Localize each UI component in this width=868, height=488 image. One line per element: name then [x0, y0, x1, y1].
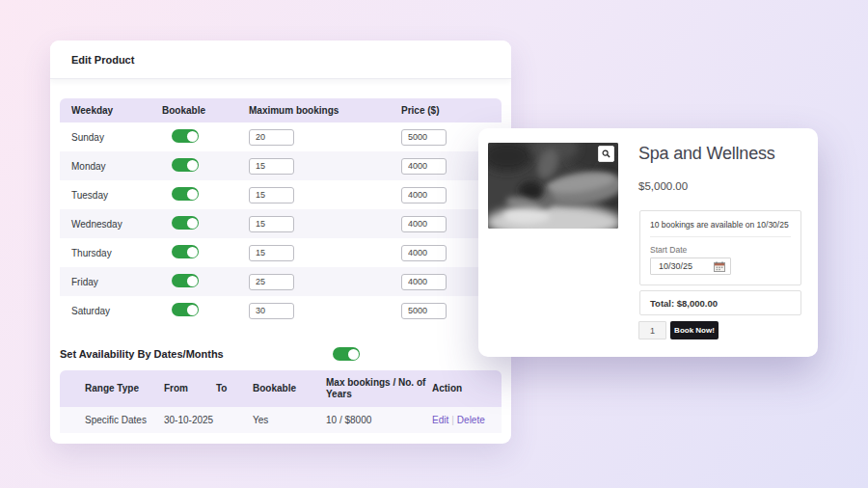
bookable-toggle[interactable]	[172, 216, 199, 230]
book-now-button[interactable]: Book Now!	[670, 321, 719, 339]
max-bookings-input[interactable]	[249, 216, 294, 232]
bookable-toggle[interactable]	[172, 129, 199, 143]
weekday-table-header: Weekday Bookable Maximum bookings Price …	[60, 98, 502, 122]
col-action: Action	[432, 383, 502, 395]
price-input[interactable]	[401, 245, 447, 261]
bookable-toggle[interactable]	[172, 187, 199, 201]
day-label: Friday	[60, 277, 162, 287]
bookable-toggle[interactable]	[172, 274, 199, 287]
bookable-toggle[interactable]	[172, 303, 199, 316]
start-date-input[interactable]: 10/30/25	[650, 258, 731, 275]
product-image[interactable]	[488, 143, 618, 229]
product-price: $5,000.00	[638, 180, 688, 192]
edit-link[interactable]: Edit	[432, 415, 448, 425]
availability-section-header: Set Availability By Dates/Months	[60, 346, 502, 362]
bookable-toggle[interactable]	[172, 158, 199, 172]
bookable-toggle[interactable]	[172, 245, 199, 258]
magnifier-icon	[602, 149, 610, 158]
day-label: Wednesday	[60, 219, 162, 230]
bookable-cell: Yes	[253, 415, 326, 425]
panel-header: Edit Product	[50, 41, 511, 79]
day-label: Thursday	[60, 248, 162, 258]
table-row-tuesday: Tuesday	[60, 180, 502, 209]
max-bookings-input[interactable]	[249, 187, 294, 203]
col-to: To	[216, 383, 253, 395]
col-range-type: Range Type	[60, 383, 164, 395]
col-bookable: Bookable	[162, 105, 249, 116]
table-row-friday: Friday	[60, 267, 502, 296]
total-box: Total: $8,000.00	[639, 290, 801, 315]
image-zoom-button[interactable]	[598, 146, 614, 162]
col-price: Price ($)	[401, 105, 502, 116]
range-table-row: Specific Dates 30-10-2025 Yes 10 / $8000…	[60, 407, 502, 433]
max-bookings-input[interactable]	[249, 245, 294, 261]
delete-link[interactable]: Delete	[457, 415, 485, 425]
product-title: Spa and Wellness	[638, 144, 775, 164]
range-type-cell: Specific Dates	[60, 415, 164, 425]
booking-widget: 10 bookings are available on 10/30/25 St…	[639, 210, 801, 285]
col-bookable: Bookable	[253, 383, 326, 395]
max-bookings-input[interactable]	[249, 129, 294, 146]
day-label: Sunday	[60, 132, 162, 143]
max-bookings-input[interactable]	[249, 158, 294, 175]
price-input[interactable]	[401, 274, 447, 290]
divider	[650, 236, 791, 237]
table-row-saturday: Saturday	[60, 296, 502, 325]
action-cell: Edit|Delete	[432, 415, 502, 425]
date-range-table: Range Type From To Bookable Max bookings…	[60, 370, 502, 433]
edit-product-panel: Edit Product Weekday Bookable Maximum bo…	[50, 41, 511, 444]
day-label: Monday	[60, 161, 162, 172]
quantity-input[interactable]: 1	[638, 321, 666, 339]
total-text: Total: $8,000.00	[650, 298, 718, 309]
price-input[interactable]	[401, 187, 447, 203]
table-row-wednesday: Wednesday	[60, 209, 502, 238]
col-from: From	[164, 383, 216, 395]
table-row-monday: Monday	[60, 151, 502, 180]
product-preview-card: Spa and Wellness $5,000.00 10 bookings a…	[478, 128, 818, 357]
col-max-bookings: Maximum bookings	[249, 105, 401, 116]
max-bookings-input[interactable]	[249, 303, 294, 319]
availability-note: 10 bookings are available on 10/30/25	[650, 220, 791, 230]
weekday-booking-table: Weekday Bookable Maximum bookings Price …	[60, 98, 502, 325]
price-input[interactable]	[401, 158, 447, 175]
start-date-value: 10/30/25	[659, 261, 692, 271]
price-input[interactable]	[401, 303, 447, 319]
table-row-thursday: Thursday	[60, 238, 502, 267]
table-row-sunday: Sunday	[60, 122, 502, 151]
col-max-bookings-years: Max bookings / No. of Years	[326, 377, 432, 401]
from-cell: 30-10-2025	[164, 415, 216, 425]
max-bookings-input[interactable]	[249, 274, 294, 290]
price-input[interactable]	[401, 216, 447, 232]
calendar-icon[interactable]	[714, 261, 725, 272]
clipped-content	[148, 440, 197, 444]
start-date-label: Start Date	[650, 245, 791, 255]
col-weekday: Weekday	[60, 105, 162, 116]
range-table-header: Range Type From To Bookable Max bookings…	[60, 370, 502, 407]
panel-title: Edit Product	[71, 54, 134, 66]
max-bookings-cell: 10 / $8000	[326, 415, 432, 425]
price-input[interactable]	[401, 129, 447, 146]
availability-toggle[interactable]	[333, 347, 360, 361]
action-separator: |	[451, 415, 454, 425]
availability-heading: Set Availability By Dates/Months	[60, 348, 224, 360]
day-label: Tuesday	[60, 190, 162, 201]
day-label: Saturday	[60, 306, 162, 316]
